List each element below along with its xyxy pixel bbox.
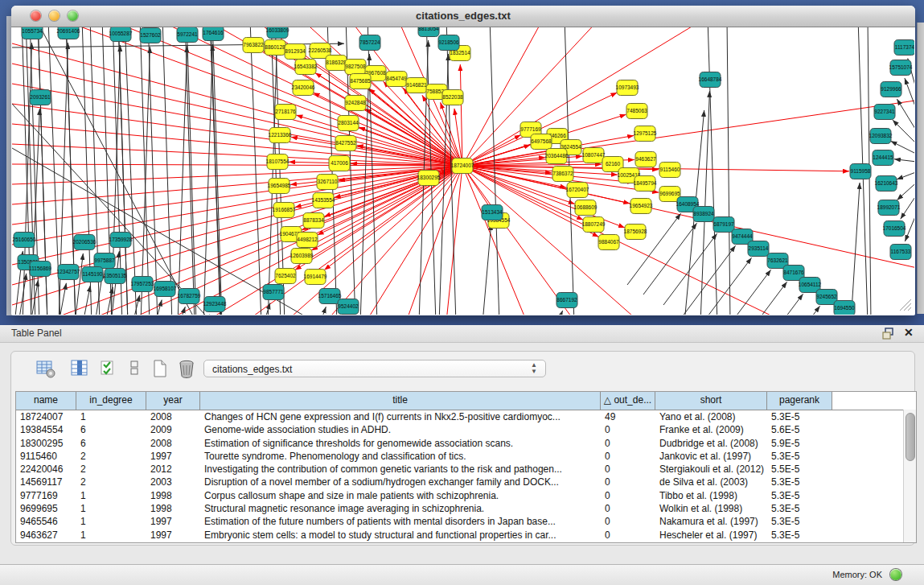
svg-text:17016504: 17016504 <box>883 225 906 231</box>
table-cell: 5.3E-5 <box>767 502 832 515</box>
svg-text:14353554: 14353554 <box>312 197 335 203</box>
table-chooser-combobox[interactable]: citations_edges.txt ▲▼ <box>203 360 546 377</box>
table-row[interactable]: 1830029562008Estimation of significance … <box>16 437 916 450</box>
table-cell: 0 <box>601 489 655 502</box>
new-column-icon[interactable] <box>150 358 170 379</box>
table-row[interactable]: 946554611997Estimation of the future num… <box>16 515 916 528</box>
table-cell: Nakamura et al. (1997) <box>655 515 767 528</box>
table-cell: 2 <box>76 463 146 476</box>
float-panel-icon[interactable] <box>882 328 895 340</box>
column-header-pagerank[interactable]: pagerank <box>767 392 832 410</box>
svg-text:20206536: 20206536 <box>73 239 97 245</box>
background-window-edge-right <box>917 23 924 314</box>
resize-grip-icon[interactable] <box>900 299 911 311</box>
window-titlebar[interactable]: citations_edges.txt <box>11 6 915 27</box>
table-cell: Wolkin et al. (1998) <box>655 502 767 515</box>
table-row[interactable]: 969969511998Structural magnetic resonanc… <box>16 502 916 515</box>
svg-text:12213366: 12213366 <box>269 132 292 138</box>
table-row[interactable]: 977716911998Corpus callosum shape and si… <box>16 489 916 502</box>
svg-text:10055287: 10055287 <box>109 31 133 36</box>
network-canvas[interactable]: 1872400718300295193845549777169746266649… <box>12 27 914 315</box>
svg-text:7625402: 7625402 <box>275 273 296 278</box>
table-cell: 2 <box>76 476 146 488</box>
table-cell: 5.6E-5 <box>767 423 832 436</box>
column-header-in_degree[interactable]: in_degree <box>76 392 146 410</box>
table-cell: 1997 <box>146 515 200 528</box>
svg-text:16648784: 16648784 <box>699 76 722 82</box>
table-chooser-value: citations_edges.txt <box>212 364 292 375</box>
table-cell: 1 <box>76 502 146 515</box>
table-cell: 1998 <box>146 502 200 515</box>
table-cell: 6 <box>76 437 146 450</box>
table-cell: Dudbridge et al. (2008) <box>655 437 767 450</box>
table-cell: 5.3E-5 <box>767 515 832 528</box>
table-row[interactable]: 1872400712008Changes of HCN gene express… <box>16 410 916 423</box>
table-cell: 5.3E-5 <box>767 450 832 463</box>
svg-text:2718176: 2718176 <box>275 109 296 114</box>
vertical-scrollbar[interactable] <box>903 410 916 542</box>
table-cell: 9465546 <box>16 515 76 528</box>
table-cell: Stergiakouli et al. (2012) <box>655 463 767 476</box>
table-row[interactable]: 911546021997Tourette syndrome. Phenomeno… <box>16 450 916 463</box>
delete-column-icon[interactable] <box>176 358 197 379</box>
table-cell: 5.3E-5 <box>767 489 832 502</box>
svg-text:12603989: 12603989 <box>290 253 314 258</box>
svg-text:7485063: 7485063 <box>626 108 647 113</box>
svg-text:18992071: 18992071 <box>877 204 901 210</box>
svg-text:9146821: 9146821 <box>406 82 427 88</box>
svg-text:16782759: 16782759 <box>178 293 201 299</box>
scrollbar-thumb[interactable] <box>906 413 915 461</box>
column-header-filler <box>832 392 916 410</box>
table-cell: de Silva et al. (2003) <box>655 476 767 488</box>
svg-text:1145190: 1145190 <box>83 271 103 277</box>
table-cell: 5.3E-5 <box>767 529 832 542</box>
svg-text:15751074: 15751074 <box>889 64 913 70</box>
table-cell: Disruption of a novel member of a sodium… <box>200 476 601 488</box>
close-panel-icon[interactable]: ✕ <box>904 326 914 339</box>
svg-text:22260538: 22260538 <box>309 47 332 53</box>
table-panel: Table Panel ✕ <box>0 325 924 564</box>
table-cell: Tourette syndrome. Phenomenology and cla… <box>200 450 601 463</box>
column-header-short[interactable]: short <box>655 392 767 410</box>
table-cell: 2 <box>76 450 146 463</box>
table-cell: 14569117 <box>16 476 76 488</box>
table-cell: 0 <box>601 450 655 463</box>
table-row[interactable]: 2242004622012Investigating the contribut… <box>16 463 916 476</box>
table-cell: 1997 <box>146 450 200 463</box>
table-cell: 5.5E-5 <box>767 463 832 476</box>
table-cell: 1 <box>76 529 146 542</box>
svg-text:18107554: 18107554 <box>266 159 290 164</box>
table-cell: 0 <box>601 515 655 528</box>
table-settings-icon[interactable] <box>35 358 56 379</box>
svg-text:9975887: 9975887 <box>94 257 115 263</box>
column-header-name[interactable]: name <box>16 392 76 410</box>
svg-text:1244415: 1244415 <box>873 154 893 160</box>
svg-text:9115958: 9115958 <box>851 168 871 174</box>
table-cell: 5.3E-5 <box>767 410 832 423</box>
svg-text:16720407: 16720407 <box>566 187 589 192</box>
column-header-year[interactable]: year <box>146 392 200 410</box>
svg-text:10973493: 10973493 <box>616 84 639 90</box>
svg-text:5972241: 5972241 <box>177 31 198 37</box>
svg-text:19166857: 19166857 <box>273 207 296 212</box>
table-cell: 2008 <box>146 437 200 450</box>
svg-text:25160650: 25160650 <box>13 237 36 242</box>
svg-text:6879197: 6879197 <box>713 221 734 227</box>
table-cell: Structural magnetic resonance image aver… <box>200 502 601 515</box>
svg-text:8667192: 8667192 <box>556 297 577 303</box>
svg-text:16210643: 16210643 <box>875 180 898 186</box>
svg-text:17957253: 17957253 <box>131 281 154 286</box>
table-row[interactable]: 1938455462009Genome-wide association stu… <box>16 423 916 436</box>
select-all-icon[interactable] <box>98 358 119 379</box>
row-chooser-icon[interactable] <box>125 358 146 379</box>
column-header-out_de[interactable]: △ out_de... <box>601 392 655 410</box>
svg-text:20691406: 20691406 <box>57 28 80 34</box>
svg-text:16543382: 16543382 <box>294 64 318 69</box>
show-column-icon[interactable] <box>69 358 90 379</box>
column-header-title[interactable]: title <box>200 392 601 410</box>
table-row[interactable]: 946362711997Embryonic stem cells: a mode… <box>16 529 916 542</box>
svg-text:9218506: 9218506 <box>438 39 459 45</box>
svg-text:12342757: 12342757 <box>57 269 80 274</box>
svg-text:2935114: 2935114 <box>749 245 769 251</box>
table-row[interactable]: 1456911722003Disruption of a novel membe… <box>16 476 916 488</box>
